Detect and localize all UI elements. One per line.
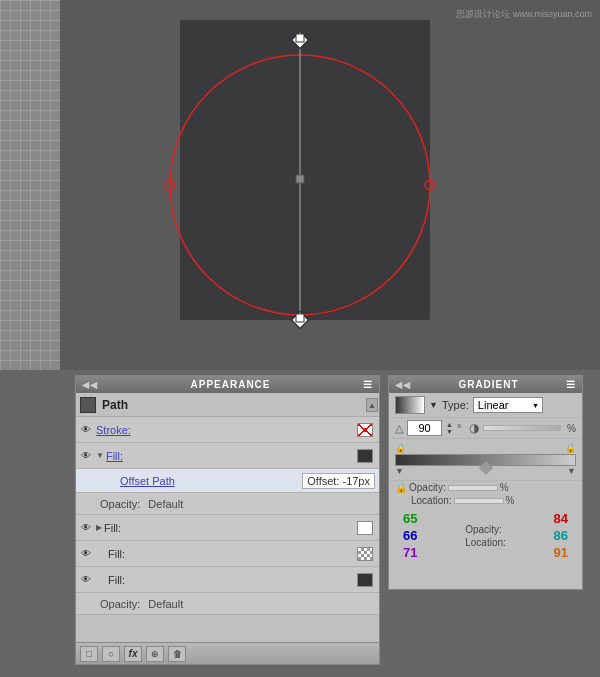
opacity-row-1: Opacity: Default [76,493,379,515]
fill3-label[interactable]: Fill: [108,548,357,560]
type-label: Type: [442,399,469,411]
panels-area: ◀◀ APPEARANCE ☰ Path 👁 Stroke: 👁 ▼ Fill:… [0,370,600,677]
angle-up-arrow[interactable]: ▲ [446,421,453,428]
grad-num-84: 84 [554,511,568,526]
type-dropdown[interactable]: Linear [473,397,543,413]
opacity-value-1: Default [148,498,183,510]
percent-sign-opacity: % [500,482,509,493]
opacity-value-2: Default [148,598,183,610]
grad-lock-small: 🔒 [395,482,407,493]
canvas-main[interactable] [60,0,600,370]
opacity-icon: ◑ [469,421,479,435]
fill-swatch[interactable] [357,449,373,463]
watermark: 思源设计论坛 www.missyuan.com [456,8,592,21]
toolbar-btn-square[interactable]: □ [80,646,98,662]
gradient-panel: ◀◀ GRADIENT ☰ ▼ Type: Linear △ 90 ▲ ▼ ° … [388,375,583,590]
offset-value[interactable]: Offset: -17px [302,473,375,489]
triangle-fill2-icon[interactable]: ▶ [96,523,102,532]
angle-down-arrow[interactable]: ▼ [446,428,453,435]
eye-icon-fill4[interactable]: 👁 [78,572,94,588]
triangle-fill-icon[interactable]: ▼ [96,451,104,460]
type-value: Linear [478,399,509,411]
eye-icon-stroke[interactable]: 👁 [78,422,94,438]
grad-num-66: 66 [403,528,417,543]
gradient-title: GRADIENT [458,379,518,390]
grid-panel [0,0,60,370]
svg-rect-6 [296,175,304,183]
fill2-label[interactable]: Fill: [104,522,357,534]
toolbar-btn-new[interactable]: ⊕ [146,646,164,662]
grad-stop-left-tri[interactable]: ▼ [395,466,404,476]
toolbar-btn-fx[interactable]: fx [124,646,142,662]
eye-icon-fill[interactable]: 👁 [78,448,94,464]
location-slider-grad[interactable] [454,498,504,504]
opacity-slider-grad[interactable] [448,485,498,491]
appearance-header: ◀◀ APPEARANCE ☰ [76,376,379,393]
fill-label[interactable]: Fill: [106,450,357,462]
angle-row: △ 90 ▲ ▼ ° ◑ % [389,418,582,439]
stroke-swatch[interactable] [357,423,373,437]
opacity-mid-label: Opacity: [465,524,506,535]
angle-input[interactable]: 90 [407,420,442,436]
fill4-swatch[interactable] [357,573,373,587]
stroke-label[interactable]: Stroke: [96,424,357,436]
fill4-label: Fill: [108,574,357,586]
opacity-label-grad: Opacity: [409,482,446,493]
grad-lock-left: 🔒 [395,443,406,453]
gradient-bar-container: 🔒 🔒 ▼ ▼ [389,439,582,481]
fill2-swatch[interactable] [357,521,373,535]
svg-rect-8 [296,314,304,322]
fill-row-4: 👁 Fill: [76,567,379,593]
grad-num-71: 71 [403,545,417,560]
appearance-toolbar: □ ○ fx ⊕ 🗑 [76,642,379,664]
gradient-swatch[interactable] [395,396,425,414]
opacity-label-1: Opacity: [100,498,140,510]
grad-label-col: Opacity: Location: [465,509,506,562]
percent-sign-location: % [506,495,515,506]
scroll-up-arrow[interactable]: ▲ [366,398,378,412]
grad-num-86: 86 [554,528,568,543]
offset-path-label[interactable]: Offset Path [120,475,175,487]
grad-num-91: 91 [554,545,568,560]
eye-icon-fill3[interactable]: 👁 [78,546,94,562]
angle-steppers[interactable]: ▲ ▼ [446,421,453,435]
location-mid-label: Location: [465,537,506,548]
grad-stop-right-tri[interactable]: ▼ [567,466,576,476]
circle-path-svg[interactable] [160,30,440,330]
percent-label: % [567,423,576,434]
double-arrow-left-grad[interactable]: ◀◀ [395,380,411,390]
toolbar-btn-circle[interactable]: ○ [102,646,120,662]
grad-location-row: Location: % [389,494,582,507]
path-icon [80,397,96,413]
grad-opacity-row: 🔒 Opacity: % [389,481,582,494]
canvas-area: 思源设计论坛 www.missyuan.com [0,0,600,370]
fill-row: 👁 ▼ Fill: [76,443,379,469]
appearance-menu-icon[interactable]: ☰ [363,379,373,390]
grad-num-left-col: 65 66 71 [397,509,423,562]
gradient-type-row: ▼ Type: Linear [389,393,582,418]
fill3-swatch[interactable] [357,547,373,561]
svg-rect-7 [296,34,304,42]
opacity-label-2: Opacity: [100,598,140,610]
appearance-title: APPEARANCE [190,379,270,390]
path-title: Path [102,398,128,412]
gradient-menu-icon[interactable]: ☰ [566,379,576,390]
gradient-bar[interactable] [395,454,576,466]
gradient-dropdown-arrow[interactable]: ▼ [429,400,438,410]
offset-path-row: Offset Path Offset: -17px [76,469,379,493]
eye-icon-fill2[interactable]: 👁 [78,520,94,536]
toolbar-btn-trash[interactable]: 🗑 [168,646,186,662]
opacity-slider-track[interactable] [483,425,561,431]
gradient-numbers: 65 66 71 Opacity: Location: 84 86 91 [389,507,582,564]
grad-num-65: 65 [403,511,417,526]
location-label-grad: Location: [411,495,452,506]
grad-lock-right: 🔒 [565,443,576,453]
opacity-row-2: Opacity: Default [76,593,379,615]
double-arrow-left[interactable]: ◀◀ [82,380,98,390]
stroke-row: 👁 Stroke: [76,417,379,443]
appearance-panel: ◀◀ APPEARANCE ☰ Path 👁 Stroke: 👁 ▼ Fill:… [75,375,380,665]
angle-unit: ° [457,422,461,434]
fill-row-2: 👁 ▶ Fill: [76,515,379,541]
path-title-row: Path [76,393,379,417]
fill-row-3: 👁 Fill: [76,541,379,567]
